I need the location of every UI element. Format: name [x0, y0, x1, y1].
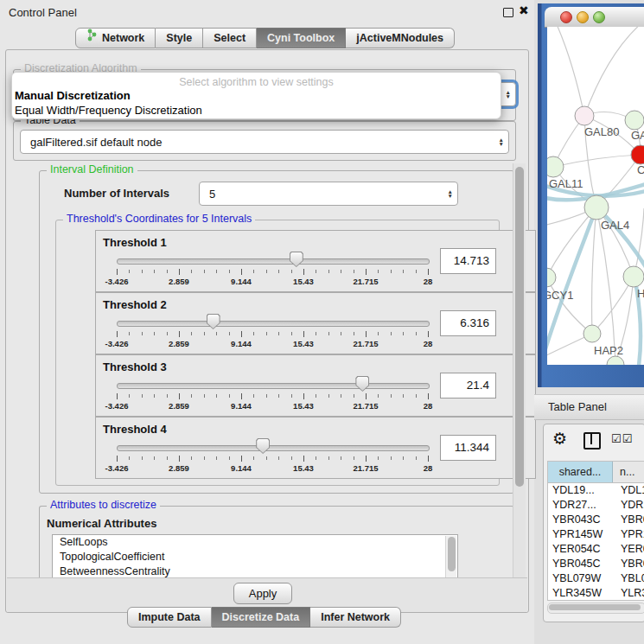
threshold-slider-thumb[interactable]: [207, 314, 220, 329]
network-canvas[interactable]: GAL80GACGAL11GAL4GCY1HHAP2: [547, 27, 644, 365]
slider-tick: [179, 393, 180, 399]
apply-button[interactable]: Apply: [233, 583, 292, 604]
slider-tick: [316, 394, 316, 398]
checkbox-select-icons[interactable]: ☑☑: [611, 432, 633, 445]
algorithm-option[interactable]: Manual Discretization: [15, 89, 131, 102]
column-header-shared-name[interactable]: shared...: [548, 462, 613, 482]
table-row[interactable]: YLR345WYLR3: [548, 586, 644, 601]
slider-tick: [167, 332, 168, 335]
table-row[interactable]: YBR043CYBR0: [548, 513, 644, 527]
threshold-value-field[interactable]: 14.713: [440, 248, 496, 274]
network-node-label: HAP2: [594, 344, 623, 357]
slider-tick: [167, 456, 168, 460]
slider-tick: [316, 270, 316, 273]
slider-tick-label: 28: [424, 339, 433, 348]
column-header-name[interactable]: n...: [613, 462, 644, 482]
column-layout-icon[interactable]: [583, 432, 601, 450]
threshold-slider-thumb[interactable]: [355, 376, 369, 392]
attribute-list-item[interactable]: SelfLoops: [53, 535, 457, 550]
network-view-window[interactable]: GAL80GACGAL11GAL4GCY1HHAP2: [538, 3, 644, 387]
slider-tick: [291, 270, 292, 273]
threshold-slider-track[interactable]: [117, 321, 430, 327]
tab-label: Cyni Toolbox: [267, 29, 335, 48]
algorithm-dropdown-popup: Select algorithm to view settings Manual…: [11, 72, 501, 119]
slider-tick: [142, 332, 143, 335]
slider-tick: [142, 270, 143, 273]
algorithm-option[interactable]: Equal Width/Frequency Discretization: [15, 104, 202, 117]
slider-tick: [253, 456, 254, 460]
slider-tick: [167, 394, 168, 398]
slider-tick: [154, 456, 155, 460]
cell-shared-name: YLR345W: [548, 586, 616, 601]
network-node-label: GA: [631, 129, 644, 142]
gear-icon[interactable]: ⚙: [552, 429, 567, 449]
tab-impute-data[interactable]: Impute Data: [127, 607, 212, 628]
table-row[interactable]: YBR045CYBR0: [548, 557, 644, 571]
tab-cyni-toolbox[interactable]: Cyni Toolbox: [257, 28, 346, 48]
threshold-value-field[interactable]: 21.4: [440, 373, 496, 399]
threshold-slider-track[interactable]: [117, 445, 430, 451]
slider-tick: [204, 332, 205, 335]
threshold-slider-track[interactable]: [117, 383, 430, 389]
minimize-traffic-light-icon[interactable]: [577, 11, 589, 23]
slider-tick: [428, 269, 429, 275]
number-of-intervals-label: Number of Intervals: [64, 187, 169, 200]
slider-tick: [328, 394, 329, 398]
bottom-tab-bar: Impute DataDiscretize DataInfer Network: [127, 607, 401, 628]
tab-discretize-data[interactable]: Discretize Data: [212, 607, 311, 628]
network-window-titlebar[interactable]: [545, 7, 644, 28]
table-horizontal-scrollbar[interactable]: [547, 603, 644, 614]
tab-select[interactable]: Select: [203, 28, 257, 48]
network-node: [631, 145, 644, 164]
slider-tick: [416, 456, 417, 460]
threshold-value-field[interactable]: 6.316: [440, 310, 496, 336]
slider-tick: [142, 394, 143, 398]
table-row[interactable]: YPR145WYPR1: [548, 527, 644, 542]
control-panel-titlebar: Control Panel ✖: [0, 0, 534, 24]
table-row[interactable]: YDR27...YDR2: [548, 498, 644, 513]
table-row[interactable]: YDL19...YDL1: [548, 483, 644, 498]
float-window-icon[interactable]: [503, 8, 513, 17]
slider-tick: [154, 270, 155, 273]
table-panel-titlebar: Table Panel: [534, 394, 644, 420]
table-data-combobox[interactable]: galFiltered.sif default node ▲▼: [20, 130, 509, 154]
slider-tick-label: 2.859: [169, 277, 189, 286]
threshold-slider-thumb[interactable]: [256, 438, 270, 454]
number-of-intervals-combobox[interactable]: 5 ▲▼: [199, 182, 458, 206]
slider-tick-label: -3.426: [105, 277, 129, 286]
table-row[interactable]: YBL079WYBL0: [548, 571, 644, 586]
cell-name: YPR1: [616, 527, 644, 542]
attributes-list-scrollbar[interactable]: [445, 536, 456, 577]
tab-jactivemnodules[interactable]: jActiveMNodules: [346, 28, 455, 48]
zoom-traffic-light-icon[interactable]: [593, 11, 605, 23]
slider-tick: [179, 269, 180, 275]
table-panel: ⚙ ☑☑ shared... n... YDL19...YDL1YDR27...…: [543, 424, 644, 622]
slider-tick: [428, 393, 429, 399]
close-icon[interactable]: ✖: [519, 3, 529, 17]
cell-name: YDL1: [616, 483, 644, 498]
slider-tick: [216, 270, 217, 273]
table-row[interactable]: YER054CYER0: [548, 542, 644, 557]
tab-style[interactable]: Style: [156, 28, 203, 48]
slider-tick: [366, 269, 367, 275]
tab-label: Impute Data: [138, 608, 201, 627]
slider-tick: [229, 394, 230, 398]
slider-tick: [229, 456, 230, 460]
cell-name: YBR0: [616, 513, 644, 527]
slider-tick: [416, 332, 417, 335]
scrollbar-thumb[interactable]: [549, 604, 641, 610]
attribute-list-item[interactable]: TopologicalCoefficient: [53, 550, 457, 564]
tab-network[interactable]: Network: [75, 28, 156, 48]
numerical-attributes-list[interactable]: SelfLoopsTopologicalCoefficientBetweenne…: [52, 534, 458, 579]
scrollbar-thumb[interactable]: [515, 167, 524, 487]
panel-vertical-scrollbar[interactable]: [513, 163, 526, 604]
cell-shared-name: YDR27...: [548, 498, 616, 513]
scrollbar-thumb[interactable]: [448, 537, 456, 571]
threshold-slider-track[interactable]: [117, 258, 430, 265]
threshold-value-field[interactable]: 11.344: [440, 435, 496, 461]
slider-tick: [129, 270, 130, 273]
cell-shared-name: YER054C: [548, 542, 616, 557]
threshold-slider-thumb[interactable]: [290, 252, 303, 267]
close-traffic-light-icon[interactable]: [560, 11, 572, 23]
tab-infer-network[interactable]: Infer Network: [310, 607, 401, 628]
